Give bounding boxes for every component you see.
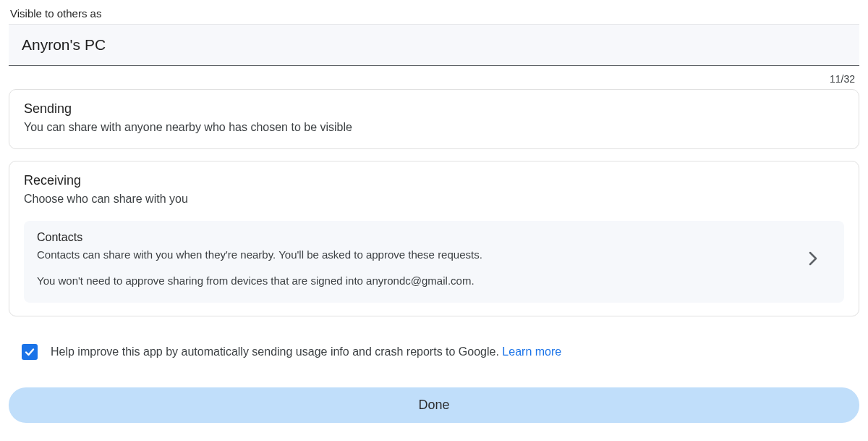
- sending-title: Sending: [24, 101, 844, 117]
- receiving-option-textblock: Contacts Contacts can share with you whe…: [37, 231, 801, 290]
- improve-text: Help improve this app by automatically s…: [51, 345, 502, 358]
- receiving-option-contacts[interactable]: Contacts Contacts can share with you whe…: [24, 221, 844, 303]
- receiving-option-line1: Contacts can share with you when they're…: [37, 247, 801, 264]
- receiving-description: Choose who can share with you: [24, 191, 844, 207]
- sending-description: You can share with anyone nearby who has…: [24, 119, 844, 135]
- device-name-input-container: [9, 24, 859, 66]
- sending-card: Sending You can share with anyone nearby…: [9, 89, 859, 149]
- improve-checkbox-label: Help improve this app by automatically s…: [51, 345, 561, 358]
- improve-checkbox-row: Help improve this app by automatically s…: [9, 337, 859, 367]
- receiving-card: Receiving Choose who can share with you …: [9, 161, 859, 316]
- done-button[interactable]: Done: [9, 387, 859, 423]
- learn-more-link[interactable]: Learn more: [502, 345, 561, 358]
- chevron-right-icon: [808, 251, 831, 269]
- improve-checkbox[interactable]: [22, 344, 38, 360]
- receiving-option-line2: You won't need to approve sharing from d…: [37, 273, 801, 290]
- device-name-label: Visible to others as: [9, 7, 859, 20]
- receiving-option-title: Contacts: [37, 231, 801, 244]
- check-icon: [24, 346, 35, 358]
- receiving-title: Receiving: [24, 173, 844, 188]
- device-name-input[interactable]: [9, 24, 859, 66]
- device-name-char-count: 11/32: [9, 66, 859, 89]
